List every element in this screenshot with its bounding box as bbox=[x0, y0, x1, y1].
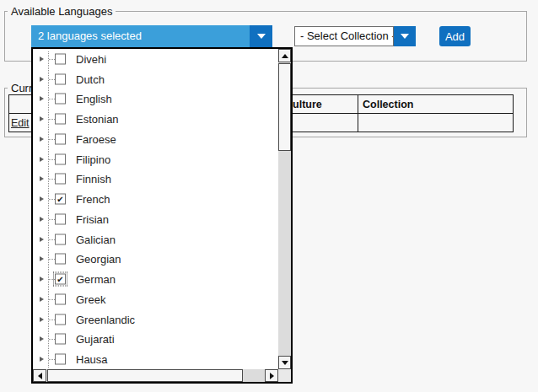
scroll-left-button[interactable] bbox=[33, 369, 46, 382]
tree-expander-icon[interactable] bbox=[40, 176, 44, 181]
language-list-item[interactable]: ✔ German bbox=[33, 269, 278, 289]
collection-select-value: - Select Collection - bbox=[294, 26, 394, 46]
language-label: German bbox=[76, 273, 116, 286]
tree-connector-dots bbox=[49, 99, 55, 99]
tree-connector-dots bbox=[49, 179, 55, 180]
collection-select-combo[interactable]: - Select Collection - bbox=[294, 26, 416, 46]
language-combo-dropdown-button[interactable] bbox=[250, 25, 272, 47]
language-label: Estonian bbox=[76, 113, 119, 126]
language-label: French bbox=[76, 193, 110, 206]
language-checkbox[interactable] bbox=[55, 234, 66, 244]
language-label: Georgian bbox=[76, 253, 121, 266]
tree-expander-icon[interactable] bbox=[40, 196, 44, 201]
vertical-scrollbar-thumb[interactable] bbox=[278, 63, 291, 151]
language-checkbox[interactable] bbox=[55, 314, 66, 325]
tree-expander-icon[interactable] bbox=[40, 237, 44, 242]
language-checkbox[interactable] bbox=[55, 213, 66, 224]
add-button[interactable]: Add bbox=[439, 26, 471, 46]
language-checkbox[interactable] bbox=[55, 293, 66, 304]
scroll-right-icon bbox=[270, 373, 274, 379]
language-list-item[interactable]: Hausa bbox=[33, 349, 278, 369]
vertical-scrollbar[interactable] bbox=[278, 49, 291, 369]
available-languages-label: Available Languages bbox=[8, 5, 116, 18]
language-checkbox[interactable] bbox=[55, 114, 66, 125]
language-checkbox[interactable] bbox=[55, 354, 66, 365]
tree-connector-dots bbox=[49, 339, 55, 340]
language-list-item[interactable]: Finnish bbox=[33, 169, 278, 190]
tree-expander-icon[interactable] bbox=[40, 357, 44, 362]
language-checkbox[interactable] bbox=[55, 94, 66, 105]
language-label: Filipino bbox=[76, 153, 110, 165]
tree-expander-icon[interactable] bbox=[40, 56, 44, 62]
scrollbar-corner bbox=[278, 369, 291, 382]
scroll-right-button[interactable] bbox=[265, 369, 278, 382]
scroll-down-icon bbox=[282, 361, 288, 365]
language-label: Divehi bbox=[76, 52, 106, 65]
tree-connector-dots bbox=[49, 320, 55, 320]
language-checkbox[interactable] bbox=[55, 334, 66, 345]
language-checkbox[interactable]: ✔ bbox=[55, 194, 66, 205]
horizontal-scrollbar[interactable] bbox=[33, 369, 278, 382]
language-list-item[interactable]: Estonian bbox=[33, 109, 278, 129]
language-list-item[interactable]: English bbox=[33, 89, 278, 110]
tree-expander-icon[interactable] bbox=[40, 137, 44, 142]
tree-connector-dots bbox=[49, 139, 55, 140]
language-list-item[interactable]: ✔ French bbox=[33, 189, 278, 209]
horizontal-scrollbar-thumb[interactable] bbox=[47, 369, 243, 382]
language-list-item[interactable]: Greenlandic bbox=[33, 309, 278, 330]
language-checkbox[interactable] bbox=[55, 174, 66, 185]
scroll-up-icon bbox=[282, 54, 288, 58]
tree-expander-icon[interactable] bbox=[40, 317, 44, 322]
language-select-value: 2 languages selected bbox=[38, 25, 142, 47]
chevron-down-icon bbox=[257, 34, 266, 39]
language-list-item[interactable]: Frisian bbox=[33, 209, 278, 229]
tree-connector-dots bbox=[49, 119, 55, 120]
tree-connector-dots bbox=[49, 159, 55, 160]
tree-connector-dots bbox=[49, 219, 55, 220]
tree-expander-icon[interactable] bbox=[40, 77, 44, 82]
scroll-down-button[interactable] bbox=[278, 356, 291, 369]
tree-connector-dots bbox=[49, 359, 55, 360]
tree-connector-dots bbox=[49, 239, 55, 240]
language-dropdown-panel: Divehi Dutch English Estonian Faroese Fi… bbox=[31, 47, 293, 384]
language-checkbox[interactable] bbox=[55, 73, 66, 84]
tree-expander-icon[interactable] bbox=[40, 297, 44, 302]
language-list-item[interactable]: Dutch bbox=[33, 69, 278, 89]
tree-expander-icon[interactable] bbox=[40, 336, 44, 341]
tree-connector-dots bbox=[49, 279, 55, 280]
tree-expander-icon[interactable] bbox=[40, 256, 44, 261]
tree-connector-dots bbox=[49, 59, 55, 60]
tree-connector-dots bbox=[49, 299, 55, 300]
language-list-item[interactable]: Georgian bbox=[33, 250, 278, 270]
language-checkbox[interactable]: ✔ bbox=[55, 274, 66, 285]
language-checkbox[interactable] bbox=[55, 53, 66, 64]
scroll-up-button[interactable] bbox=[278, 49, 291, 62]
language-select-combo[interactable]: 2 languages selected bbox=[31, 25, 272, 47]
tree-connector-dots bbox=[49, 199, 55, 200]
language-list-item[interactable]: Galician bbox=[33, 229, 278, 250]
tree-expander-icon[interactable] bbox=[40, 217, 44, 222]
language-label: Dutch bbox=[76, 72, 105, 85]
language-list-item[interactable]: Divehi bbox=[33, 49, 278, 69]
language-list-item[interactable]: Gujarati bbox=[33, 330, 278, 350]
language-label: Faroese bbox=[76, 132, 116, 145]
collection-cell bbox=[358, 114, 514, 132]
language-label: Greek bbox=[76, 293, 105, 305]
language-label: Hausa bbox=[76, 353, 108, 366]
chevron-down-icon bbox=[401, 34, 409, 39]
tree-expander-icon[interactable] bbox=[40, 116, 44, 121]
tree-expander-icon[interactable] bbox=[40, 96, 44, 101]
collection-combo-dropdown-button[interactable] bbox=[394, 26, 416, 46]
language-label: Finnish bbox=[76, 173, 111, 185]
language-checkbox[interactable] bbox=[55, 133, 66, 144]
language-list-item[interactable]: Faroese bbox=[33, 129, 278, 149]
tree-expander-icon[interactable] bbox=[40, 277, 44, 282]
language-label: Gujarati bbox=[76, 333, 115, 346]
language-label: Greenlandic bbox=[76, 313, 135, 325]
language-checkbox[interactable] bbox=[55, 153, 66, 164]
edit-link[interactable]: Edit bbox=[11, 117, 30, 129]
language-list-item[interactable]: Greek bbox=[33, 289, 278, 309]
language-checkbox[interactable] bbox=[55, 254, 66, 265]
tree-expander-icon[interactable] bbox=[40, 157, 44, 162]
language-list-item[interactable]: Filipino bbox=[33, 149, 278, 169]
